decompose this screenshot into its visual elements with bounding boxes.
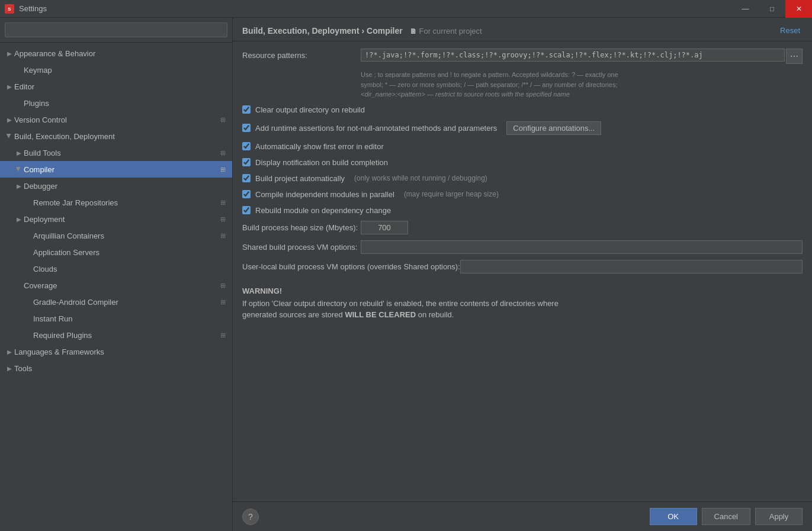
repo-icon-cov: ⊞ <box>218 281 227 290</box>
sidebar-label-instant-run: Instant Run <box>33 314 227 323</box>
sidebar-item-build-tools[interactable]: ▶ Build Tools ⊞ <box>0 144 232 161</box>
shared-vm-row: Shared build process VM options: <box>242 240 803 254</box>
sidebar-label-build: Build, Execution, Deployment <box>14 132 227 141</box>
heap-size-label: Build process heap size (Mbytes): <box>242 221 361 232</box>
search-input[interactable] <box>5 22 227 37</box>
expand-arrow-lang: ▶ <box>5 347 14 356</box>
shared-vm-input[interactable] <box>361 240 803 254</box>
expand-arrow-compiler: ▶ <box>14 165 24 174</box>
parallel-note: (may require larger heap size) <box>404 190 499 198</box>
content-scroll: Resource patterns: ⋯ Use ; to separate p… <box>233 41 812 501</box>
sidebar-item-compiler[interactable]: ▶ Compiler ⊞ <box>0 161 232 178</box>
expand-arrow-build: ▶ <box>5 131 14 141</box>
resource-patterns-row: Resource patterns: ⋯ <box>242 49 803 64</box>
sidebar-label-app-servers: Application Servers <box>33 248 227 257</box>
expand-arrow-appearance: ▶ <box>5 49 14 58</box>
checkbox-rebuild[interactable] <box>242 206 251 214</box>
expand-arrow-vc: ▶ <box>5 115 14 124</box>
expand-arrow-editor: ▶ <box>5 82 14 91</box>
checkbox-label-notification: Display notification on build completion <box>255 158 388 167</box>
hint-line3: <dir_name>:<pattern> — restrict to sourc… <box>361 91 570 98</box>
expand-arrow-buildtools: ▶ <box>14 148 24 157</box>
sidebar-label-required-plugins: Required Plugins <box>33 331 218 340</box>
sidebar-item-debugger[interactable]: ▶ Debugger <box>0 178 232 194</box>
sidebar-label-compiler: Compiler <box>24 165 218 174</box>
repo-icon-remote: ⊞ <box>218 198 227 207</box>
checkbox-row-assertions: Add runtime assertions for not-null-anno… <box>242 120 803 136</box>
heap-size-input[interactable] <box>361 221 408 234</box>
checkbox-row-clear-output: Clear output directory on rebuild <box>242 104 803 115</box>
checkbox-assertions[interactable] <box>242 124 251 132</box>
for-project-label: For current project <box>419 27 482 36</box>
sidebar-item-editor[interactable]: ▶ Editor <box>0 78 232 95</box>
sidebar-item-deployment[interactable]: ▶ Deployment ⊞ <box>0 211 232 227</box>
minimize-button[interactable]: — <box>732 0 759 18</box>
hint-line2: symbol; * — zero or more symbols; / — pa… <box>361 81 617 88</box>
configure-annotations-button[interactable]: Configure annotations... <box>506 121 601 135</box>
checkbox-show-error[interactable] <box>242 142 251 150</box>
expand-arrow-deploy: ▶ <box>14 214 24 224</box>
svg-text:S: S <box>8 7 11 12</box>
sidebar-label-deploy: Deployment <box>24 215 218 224</box>
sidebar-label-buildtools: Build Tools <box>24 149 218 157</box>
checkbox-label-clear-output: Clear output directory on rebuild <box>255 105 365 114</box>
user-vm-input[interactable] <box>460 260 803 273</box>
sidebar-label-debugger: Debugger <box>24 182 227 191</box>
search-bar <box>0 18 232 43</box>
sidebar-item-plugins[interactable]: ▶ Plugins <box>0 95 232 111</box>
checkbox-label-assertions: Add runtime assertions for not-null-anno… <box>255 124 497 133</box>
sidebar-tree: ▶ Appearance & Behavior ▶ Keymap ▶ Edito… <box>0 43 232 531</box>
sidebar-item-build-execution[interactable]: ▶ Build, Execution, Deployment <box>0 128 232 144</box>
window-controls: — □ ✕ <box>732 0 812 18</box>
sidebar-item-version-control[interactable]: ▶ Version Control ⊞ <box>0 111 232 128</box>
checkbox-clear-output[interactable] <box>242 105 251 114</box>
checkbox-row-build-auto: Build project automatically (only works … <box>242 173 803 184</box>
breadcrumb: Build, Execution, Deployment › Compiler … <box>242 26 482 36</box>
warning-box: WARNING! If option 'Clear output directo… <box>242 279 803 323</box>
hint-line1: Use ; to separate patterns and ! to nega… <box>361 71 618 78</box>
ok-button[interactable]: OK <box>650 508 697 525</box>
sidebar-item-gradle-android[interactable]: ▶ Gradle-Android Compiler ⊞ <box>0 294 232 310</box>
main-container: ▶ Appearance & Behavior ▶ Keymap ▶ Edito… <box>0 18 812 531</box>
sidebar-item-remote-jar[interactable]: ▶ Remote Jar Repositories ⊞ <box>0 194 232 211</box>
checkbox-notification[interactable] <box>242 158 251 166</box>
checkbox-parallel[interactable] <box>242 190 251 198</box>
repo-icon-vc: ⊞ <box>218 115 227 124</box>
apply-button[interactable]: Apply <box>755 508 803 525</box>
repo-icon-buildtools: ⊞ <box>218 148 227 157</box>
checkbox-build-auto[interactable] <box>242 174 251 182</box>
content-header: Build, Execution, Deployment › Compiler … <box>233 18 812 41</box>
sidebar-label-arquillian: Arquillian Containers <box>33 231 218 240</box>
sidebar-label-coverage: Coverage <box>24 281 218 290</box>
sidebar-item-languages[interactable]: ▶ Languages & Frameworks <box>0 343 232 360</box>
repo-icon-arq: ⊞ <box>218 231 227 240</box>
repo-icon-deploy: ⊞ <box>218 214 227 224</box>
sidebar-item-tools[interactable]: ▶ Tools <box>0 360 232 376</box>
expand-arrow-debugger: ▶ <box>14 181 24 191</box>
sidebar-item-instant-run[interactable]: ▶ Instant Run <box>0 310 232 327</box>
repo-icon-compiler: ⊞ <box>218 165 227 174</box>
cancel-button[interactable]: Cancel <box>702 508 750 525</box>
shared-vm-label: Shared build process VM options: <box>242 240 361 252</box>
reset-button[interactable]: Reset <box>778 25 803 36</box>
browse-button[interactable]: ⋯ <box>786 49 803 64</box>
sidebar-item-clouds[interactable]: ▶ Clouds <box>0 260 232 277</box>
checkbox-row-show-error: Automatically show first error in editor <box>242 141 803 152</box>
sidebar-item-keymap[interactable]: ▶ Keymap <box>0 62 232 78</box>
sidebar-item-app-servers[interactable]: ▶ Application Servers <box>0 244 232 260</box>
maximize-button[interactable]: □ <box>759 0 785 18</box>
sidebar-label-editor: Editor <box>14 82 227 91</box>
sidebar-item-coverage[interactable]: ▶ Coverage ⊞ <box>0 277 232 294</box>
sidebar-item-required-plugins[interactable]: ▶ Required Plugins ⊞ <box>0 327 232 343</box>
help-button[interactable]: ? <box>242 509 259 525</box>
close-button[interactable]: ✕ <box>785 0 812 18</box>
warning-text: If option 'Clear output directory on reb… <box>242 298 803 321</box>
resource-patterns-input[interactable] <box>361 49 785 62</box>
sidebar-label-appearance: Appearance & Behavior <box>14 49 227 58</box>
sidebar-item-arquillian[interactable]: ▶ Arquillian Containers ⊞ <box>0 227 232 244</box>
sidebar-label-gradle-android: Gradle-Android Compiler <box>33 298 218 307</box>
checkbox-label-show-error: Automatically show first error in editor <box>255 142 384 151</box>
sidebar-label-vc: Version Control <box>14 115 218 124</box>
checkbox-row-parallel: Compile independent modules in parallel … <box>242 189 803 200</box>
sidebar-item-appearance[interactable]: ▶ Appearance & Behavior <box>0 45 232 62</box>
